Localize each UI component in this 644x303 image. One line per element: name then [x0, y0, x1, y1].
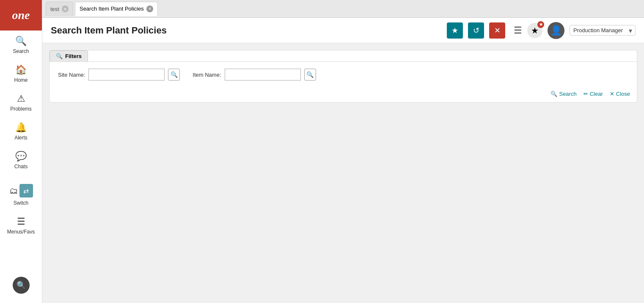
sidebar-bottom-icon-item[interactable]: 🔍	[0, 272, 42, 299]
sidebar-item-menus-favs[interactable]: ☰ Menus/Favs	[0, 211, 42, 240]
sidebar: one 🔍 Search 🏠 Home ⚠ Problems 🔔 Alerts …	[0, 0, 42, 303]
sidebar-label-home: Home	[14, 77, 28, 83]
close-button[interactable]: ✕	[489, 22, 505, 39]
clear-action-button[interactable]: ✏ Clear	[583, 91, 603, 97]
menu-button[interactable]: ☰	[514, 25, 522, 36]
site-name-search-button[interactable]: 🔍	[168, 69, 180, 81]
close-action-button[interactable]: ✕ Close	[610, 91, 630, 97]
chats-icon: 💬	[15, 151, 27, 162]
bottom-avatar[interactable]: 🔍	[13, 277, 30, 294]
filters-panel: 🔍 Filters Site Name: 🔍 Item Name:	[49, 50, 637, 103]
item-name-input[interactable]	[225, 69, 301, 81]
tab-test[interactable]: test ✕	[46, 2, 73, 16]
app-logo[interactable]: one	[0, 0, 42, 31]
alerts-icon: 🔔	[15, 122, 27, 133]
favorite-button[interactable]: ★	[447, 22, 463, 39]
user-role-dropdown[interactable]: Production Manager	[570, 25, 636, 36]
sidebar-label-search: Search	[13, 48, 29, 54]
avatar-icon: 👤	[550, 25, 562, 36]
sidebar-label-switch: Switch	[14, 200, 28, 206]
avatar[interactable]: 👤	[548, 22, 564, 39]
refresh-icon: ↺	[473, 26, 479, 35]
site-name-input[interactable]	[88, 69, 165, 81]
search-action-button[interactable]: 🔍 Search	[550, 91, 576, 97]
sidebar-item-chats[interactable]: 💬 Chats	[0, 146, 42, 175]
switch-icon-left: 🗂	[9, 186, 18, 196]
tab-bar: test ✕ Search Item Plant Policies ✕	[42, 0, 644, 18]
sidebar-item-alerts[interactable]: 🔔 Alerts	[0, 117, 42, 146]
star-icon: ★	[451, 26, 458, 35]
filters-row: Site Name: 🔍 Item Name: 🔍	[58, 69, 628, 81]
site-search-icon: 🔍	[171, 71, 178, 78]
close-action-label: Close	[616, 91, 630, 97]
filters-actions: 🔍 Search ✏ Clear ✕ Close	[50, 87, 637, 102]
home-icon: 🏠	[15, 64, 27, 75]
close-action-icon: ✕	[610, 91, 614, 97]
page-title: Search Item Plant Policies	[51, 25, 442, 36]
switch-icons-row: 🗂 ⇄	[0, 180, 42, 198]
site-name-label: Site Name:	[58, 72, 85, 78]
main-content: test ✕ Search Item Plant Policies ✕ Sear…	[42, 0, 644, 303]
sidebar-label-alerts: Alerts	[14, 135, 28, 141]
user-dropdown-wrap: Production Manager	[570, 25, 636, 36]
item-name-search-button[interactable]: 🔍	[304, 69, 316, 81]
sidebar-label-problems: Problems	[10, 106, 32, 112]
filter-icon: 🔍	[56, 53, 63, 59]
hamburger-icon: ☰	[514, 25, 522, 36]
top-header: Search Item Plant Policies ★ ↺ ✕ ☰ ★ ★ 👤…	[42, 18, 644, 43]
refresh-button[interactable]: ↺	[468, 22, 484, 39]
switch-icon-right: ⇄	[19, 184, 33, 197]
filters-tab-label: Filters	[65, 53, 82, 59]
search-icon: 🔍	[15, 36, 27, 47]
item-name-label: Item Name:	[193, 72, 221, 78]
sidebar-item-problems[interactable]: ⚠ Problems	[0, 88, 42, 117]
logo-text: one	[12, 8, 30, 22]
notification-wrap: ★ ★	[527, 23, 542, 38]
sidebar-bottom: 🔍	[0, 272, 42, 303]
search-action-icon: 🔍	[550, 91, 557, 97]
clear-action-label: Clear	[590, 91, 603, 97]
close-icon: ✕	[494, 26, 501, 35]
filters-tab[interactable]: 🔍 Filters	[50, 50, 88, 61]
filters-tab-row: 🔍 Filters	[50, 50, 637, 61]
filters-body: Site Name: 🔍 Item Name: 🔍	[50, 61, 637, 87]
sidebar-item-home[interactable]: 🏠 Home	[0, 59, 42, 88]
sidebar-item-search[interactable]: 🔍 Search	[0, 31, 42, 59]
tab-test-label: test	[50, 6, 59, 12]
menus-icon: ☰	[17, 216, 25, 227]
item-search-icon: 🔍	[306, 71, 314, 78]
site-name-field: Site Name: 🔍	[58, 69, 180, 81]
tab-sipps-close[interactable]: ✕	[146, 6, 153, 12]
problems-icon: ⚠	[17, 93, 25, 104]
sidebar-item-switch[interactable]: 🗂 ⇄ Switch	[0, 175, 42, 211]
notification-badge: ★	[537, 21, 544, 28]
tab-sipps-label: Search Item Plant Policies	[80, 6, 144, 12]
clear-action-icon: ✏	[583, 91, 588, 97]
item-name-field: Item Name: 🔍	[193, 69, 316, 81]
sidebar-label-chats: Chats	[14, 164, 28, 170]
tab-test-close[interactable]: ✕	[62, 6, 69, 12]
search-action-label: Search	[559, 91, 576, 97]
tab-search-item-plant-policies[interactable]: Search Item Plant Policies ✕	[75, 2, 158, 16]
sidebar-label-menus: Menus/Favs	[7, 229, 35, 235]
content-area: 🔍 Filters Site Name: 🔍 Item Name:	[42, 43, 644, 303]
